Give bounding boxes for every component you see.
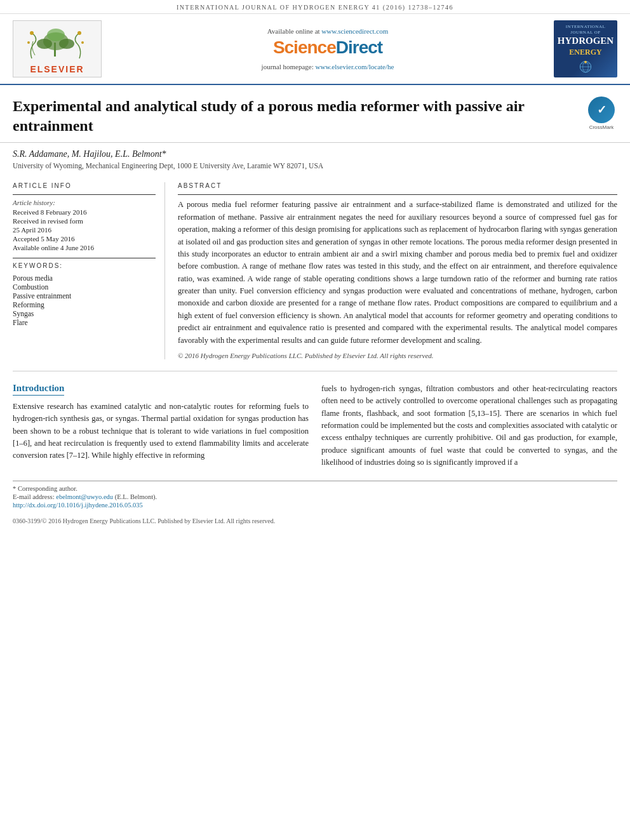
- author-names: S.R. Addamane, M. Hajilou, E.L. Belmont*: [13, 149, 617, 159]
- article-info-label: Article Info: [13, 182, 156, 189]
- introduction-left: Introduction Extensive research has exam…: [13, 383, 309, 469]
- svg-point-5: [30, 31, 34, 35]
- revised-date: 25 April 2016: [13, 226, 156, 234]
- badge-energy: ENERGY: [569, 48, 601, 57]
- abstract-label: Abstract: [178, 182, 617, 189]
- journal-badge: International Journal of HYDROGEN ENERGY: [554, 20, 617, 77]
- svg-point-2: [37, 39, 52, 49]
- available-online-text: Available online at www.sciencedirect.co…: [127, 27, 528, 35]
- author-affiliation: University of Wyoming, Mechanical Engine…: [13, 162, 617, 170]
- abstract-column: Abstract A porous media fuel reformer fe…: [178, 182, 617, 359]
- introduction-section: Introduction Extensive research has exam…: [0, 383, 630, 469]
- article-history-block: Article history: Received 8 February 201…: [13, 194, 156, 251]
- svg-point-3: [59, 39, 74, 49]
- article-title-section: Experimental and analytical study of a p…: [0, 85, 630, 143]
- globe-icon: [574, 60, 597, 74]
- keyword-combustion: Combustion: [13, 283, 156, 291]
- elsevier-logo: ELSEVIER: [13, 20, 102, 77]
- elsevier-wordmark: ELSEVIER: [30, 64, 84, 74]
- section-divider: [13, 371, 617, 371]
- header-center: Available online at www.sciencedirect.co…: [114, 27, 541, 70]
- crossmark-icon: ✓: [588, 97, 615, 123]
- svg-point-14: [584, 61, 587, 63]
- svg-point-7: [27, 41, 30, 44]
- available-online-date: Available online 4 June 2016: [13, 244, 156, 251]
- article-title: Experimental and analytical study of a p…: [13, 97, 586, 136]
- article-info-column: Article Info Article history: Received 8…: [13, 182, 165, 359]
- keyword-passive-entrainment: Passive entrainment: [13, 292, 156, 300]
- intro-right-text: fuels to hydrogen-rich syngas, filtratio…: [321, 383, 617, 469]
- doi-link-line: http://dx.doi.org/10.1016/j.ijhydene.201…: [13, 502, 617, 509]
- sciencedirect-logo: ScienceDirect: [127, 37, 528, 58]
- keyword-flare: Flare: [13, 319, 156, 326]
- badge-hydrogen: HYDROGEN: [558, 36, 613, 46]
- introduction-right: fuels to hydrogen-rich syngas, filtratio…: [321, 383, 617, 469]
- accepted-date: Accepted 5 May 2016: [13, 235, 156, 243]
- elsevier-logo-container: ELSEVIER: [13, 20, 114, 77]
- corresponding-author: * Corresponding author.: [13, 485, 617, 492]
- badge-intl-label: International Journal of: [566, 24, 606, 36]
- journal-header-bar: International Journal of Hydrogen Energy…: [0, 0, 630, 14]
- page-header: ELSEVIER Available online at www.science…: [0, 14, 630, 85]
- email-label: E-mail address:: [13, 493, 55, 500]
- authors-section: S.R. Addamane, M. Hajilou, E.L. Belmont*…: [0, 143, 630, 176]
- keywords-block: Keywords: Porous media Combustion Passiv…: [13, 258, 156, 326]
- svg-point-6: [77, 31, 81, 35]
- keyword-porous-media: Porous media: [13, 274, 156, 282]
- journal-url-link[interactable]: www.elsevier.com/locate/he: [316, 63, 394, 70]
- copyright-line: © 2016 Hydrogen Energy Publications LLC.…: [178, 352, 617, 359]
- email-line: E-mail address: ebelmont@uwyo.edu (E.L. …: [13, 493, 617, 500]
- journal-badge-container: International Journal of HYDROGEN ENERGY: [541, 20, 617, 77]
- abstract-text: A porous media fuel reformer featuring p…: [178, 199, 617, 347]
- email-person: (E.L. Belmont).: [115, 493, 158, 500]
- introduction-heading: Introduction: [13, 383, 64, 396]
- elsevier-tree-icon: [19, 23, 95, 60]
- keywords-label: Keywords:: [13, 262, 156, 269]
- received-revised-label: Received in revised form: [13, 217, 156, 225]
- journal-name: International Journal of Hydrogen Energy…: [177, 4, 453, 11]
- sciencedirect-url-link[interactable]: www.sciencedirect.com: [321, 27, 388, 35]
- svg-point-8: [81, 41, 84, 44]
- keyword-syngas: Syngas: [13, 310, 156, 317]
- svg-point-4: [47, 29, 65, 41]
- history-label: Article history:: [13, 199, 156, 206]
- email-link[interactable]: ebelmont@uwyo.edu: [56, 493, 113, 500]
- keyword-reforming: Reforming: [13, 301, 156, 309]
- intro-left-text: Extensive research has examined catalyti…: [13, 401, 309, 462]
- crossmark-badge[interactable]: ✓ CrossMark: [586, 97, 617, 130]
- article-info-abstract: Article Info Article history: Received 8…: [0, 176, 630, 359]
- issn-text: 0360-3199/© 2016 Hydrogen Energy Publica…: [13, 517, 275, 524]
- doi-link[interactable]: http://dx.doi.org/10.1016/j.ijhydene.201…: [13, 502, 143, 509]
- issn-bar: 0360-3199/© 2016 Hydrogen Energy Publica…: [0, 515, 630, 527]
- crossmark-label: CrossMark: [589, 124, 614, 130]
- footnote-section: * Corresponding author. E-mail address: …: [13, 481, 617, 509]
- abstract-block: A porous media fuel reformer featuring p…: [178, 194, 617, 359]
- journal-homepage: journal homepage: www.elsevier.com/locat…: [127, 63, 528, 70]
- received-date: Received 8 February 2016: [13, 208, 156, 216]
